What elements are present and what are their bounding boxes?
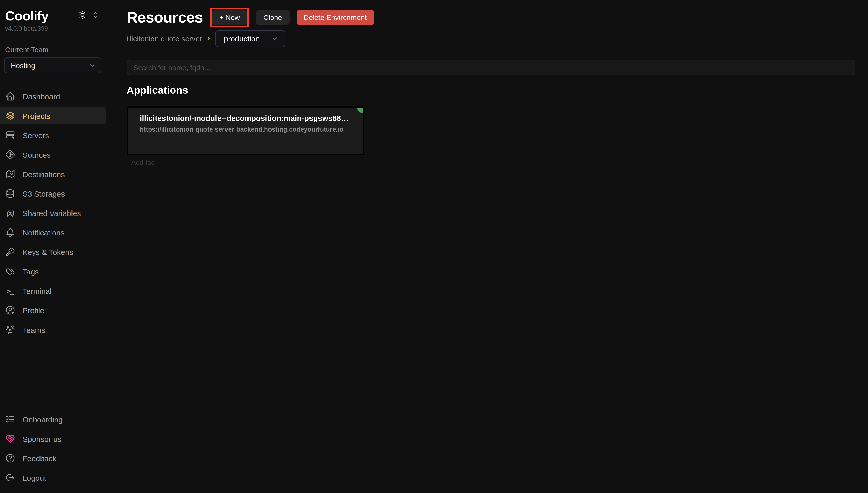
git-icon [5, 149, 15, 160]
terminal-icon: >_ [5, 286, 15, 296]
sidebar-item-keys-tokens[interactable]: Keys & Tokens [0, 243, 106, 261]
sidebar-item-label: Sources [23, 150, 51, 159]
sidebar-item-label: Servers [23, 131, 49, 140]
sidebar-item-logout[interactable]: Logout [0, 469, 106, 486]
page-header: Resources + New Clone Delete Environment [127, 8, 374, 27]
highlight-box: + New [210, 8, 249, 27]
key-icon [5, 247, 15, 257]
team-select[interactable]: Hosting [4, 57, 101, 73]
chevron-up-down-icon[interactable] [92, 11, 99, 19]
screen: Coolify v4.0.0-beta.399 Current Team Hos… [0, 0, 868, 493]
clone-button[interactable]: Clone [256, 10, 289, 25]
home-icon [5, 91, 15, 101]
sidebar-item-feedback[interactable]: Feedback [0, 449, 106, 467]
sidebar-item-label: Onboarding [23, 415, 63, 424]
layers-icon [5, 111, 15, 121]
application-card[interactable]: illicitestonion/-module--decomposition:m… [127, 106, 364, 155]
applications-heading: Applications [127, 84, 188, 96]
sidebar-item-label: Sponsor us [23, 434, 61, 443]
server-icon [5, 130, 15, 140]
breadcrumb-project-link[interactable]: illicitonion quote server [127, 35, 202, 43]
sidebar-item-dashboard[interactable]: Dashboard [0, 88, 106, 105]
environment-select[interactable]: production [215, 30, 285, 47]
database-icon [5, 188, 15, 199]
sidebar-item-destinations[interactable]: Destinations [0, 165, 106, 183]
sidebar-item-onboarding[interactable]: Onboarding [0, 411, 106, 428]
page-title: Resources [127, 9, 203, 26]
sidebar-item-label: Logout [23, 473, 46, 482]
new-button[interactable]: + New [212, 10, 247, 25]
sidebar-item-notifications[interactable]: Notifications [0, 224, 106, 241]
theme-toggle-sun-icon[interactable] [78, 10, 87, 19]
sidebar: Coolify v4.0.0-beta.399 Current Team Hos… [0, 0, 110, 493]
sidebar-item-label: Dashboard [23, 92, 60, 101]
sidebar-item-label: Destinations [23, 170, 65, 178]
users-group-icon [5, 325, 15, 335]
sidebar-item-sponsor-us[interactable]: Sponsor us [0, 430, 106, 447]
chevron-down-icon [89, 62, 96, 69]
team-select-value: Hosting [11, 61, 35, 69]
sidebar-item-servers[interactable]: Servers [0, 126, 106, 144]
sidebar-item-sources[interactable]: Sources [0, 146, 106, 163]
current-team-label: Current Team [5, 46, 48, 54]
environment-select-value: production [224, 34, 260, 43]
sidebar-item-label: Shared Variables [23, 209, 81, 217]
tags-icon [5, 266, 15, 276]
application-url: https://illicitonion-quote-server-backen… [140, 126, 351, 133]
sidebar-item-label: Terminal [23, 286, 51, 295]
add-tag-input[interactable]: Add tag [131, 159, 155, 166]
breadcrumb: illicitonion quote server › production [127, 30, 285, 47]
delete-environment-button[interactable]: Delete Environment [296, 10, 374, 25]
sidebar-item-label: S3 Storages [23, 189, 65, 198]
user-circle-icon [5, 305, 15, 315]
sidebar-item-label: Projects [23, 111, 50, 120]
sidebar-item-label: Notifications [23, 228, 64, 237]
sidebar-item-projects[interactable]: Projects [0, 107, 106, 124]
map-icon [5, 169, 15, 179]
chevron-down-icon [271, 35, 279, 42]
app-logo[interactable]: Coolify [5, 8, 48, 24]
sidebar-item-tags[interactable]: Tags [0, 263, 106, 280]
sidebar-item-s3-storages[interactable]: S3 Storages [0, 185, 106, 202]
status-running-indicator [357, 108, 363, 113]
application-title: illicitestonion/-module--decomposition:m… [140, 114, 351, 122]
sidebar-item-label: Feedback [23, 454, 56, 463]
sidebar-item-label: Keys & Tokens [23, 248, 73, 256]
heart-handshake-icon [5, 434, 15, 444]
coolify-app: Coolify v4.0.0-beta.399 Current Team Hos… [0, 0, 868, 493]
sidebar-item-shared-variables[interactable]: (x) Shared Variables [0, 204, 106, 222]
variables-icon: (x) [5, 208, 15, 218]
app-version: v4.0.0-beta.399 [5, 25, 48, 32]
search-input[interactable] [127, 60, 855, 75]
sidebar-footer-nav: Onboarding Sponsor us Feedback Logout [0, 411, 106, 488]
sidebar-nav: Dashboard Projects Servers Sources Desti… [0, 88, 106, 340]
help-circle-icon [5, 453, 15, 463]
sidebar-item-label: Tags [23, 267, 39, 276]
checklist-icon [5, 414, 15, 424]
sidebar-item-terminal[interactable]: >_ Terminal [0, 282, 106, 299]
bell-icon [5, 227, 15, 238]
sidebar-item-label: Teams [23, 325, 45, 334]
main-content: Resources + New Clone Delete Environment… [110, 0, 868, 493]
logout-icon [5, 473, 15, 483]
chevron-right-icon: › [207, 34, 210, 43]
sidebar-item-teams[interactable]: Teams [0, 321, 106, 338]
sidebar-item-profile[interactable]: Profile [0, 302, 106, 319]
sidebar-item-label: Profile [23, 306, 44, 315]
